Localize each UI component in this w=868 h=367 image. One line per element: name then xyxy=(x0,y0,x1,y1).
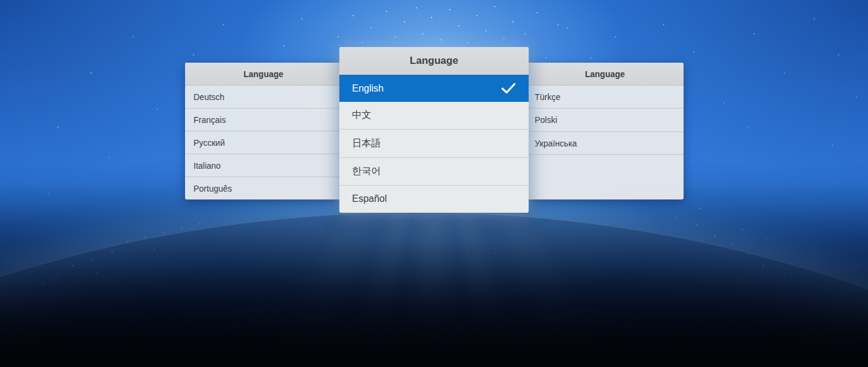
option-label: Українська xyxy=(535,139,577,148)
option-label: Español xyxy=(352,193,387,204)
panel-title: Language xyxy=(185,63,342,86)
option-label: 日本語 xyxy=(352,137,381,150)
language-option-espanol[interactable]: Español xyxy=(339,185,529,213)
stars-decoration xyxy=(0,0,1,1)
language-panel-center: Language English 中文 日本語 한국어 Español xyxy=(339,47,529,213)
language-option-english-selected[interactable]: English xyxy=(339,75,529,102)
planet-horizon-decoration xyxy=(0,212,868,367)
language-panel-left: Language Deutsch Français Русский Italia… xyxy=(185,63,342,199)
language-option-francais[interactable]: Français xyxy=(185,108,342,131)
option-label: English xyxy=(352,83,383,94)
panel-title: Language xyxy=(526,63,684,86)
language-panel-right: Language Türkçe Polski Українська xyxy=(526,63,684,199)
option-label: Polski xyxy=(535,115,557,125)
option-label: 한국어 xyxy=(352,165,381,178)
option-label: Deutsch xyxy=(193,92,224,102)
option-label: Français xyxy=(193,115,226,125)
option-label: Italiano xyxy=(193,161,221,171)
language-option-korean[interactable]: 한국어 xyxy=(339,157,529,185)
language-option-deutsch[interactable]: Deutsch xyxy=(185,86,342,108)
option-label: 中文 xyxy=(352,109,371,122)
wallpaper-background: Language Deutsch Français Русский Italia… xyxy=(0,0,868,367)
language-option-ukrainska[interactable]: Українська xyxy=(526,131,684,154)
option-label: Русский xyxy=(193,138,225,148)
option-label: Türkçe xyxy=(535,92,561,102)
panel-title: Language xyxy=(339,47,529,75)
language-option-polski[interactable]: Polski xyxy=(526,108,684,131)
checkmark-icon xyxy=(501,83,516,94)
option-label: Português xyxy=(193,184,232,193)
language-option-turkce[interactable]: Türkçe xyxy=(526,86,684,108)
language-option-japanese[interactable]: 日本語 xyxy=(339,129,529,157)
language-option-russkiy[interactable]: Русский xyxy=(185,131,342,154)
language-option-italiano[interactable]: Italiano xyxy=(185,154,342,177)
language-option-portugues[interactable]: Português xyxy=(185,177,342,199)
empty-list-area xyxy=(526,154,684,199)
language-option-chinese[interactable]: 中文 xyxy=(339,102,529,129)
